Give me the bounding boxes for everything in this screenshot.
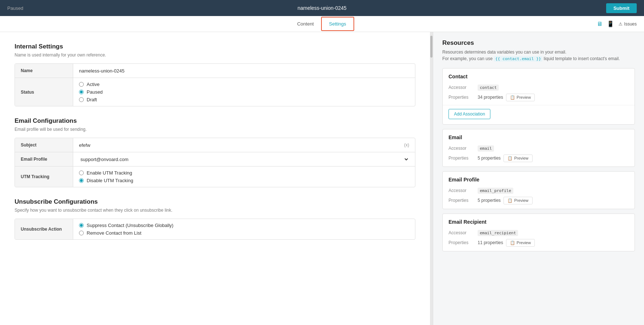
- email-recipient-accessor-value: email_recipient: [478, 230, 518, 236]
- contact-card-divider: [443, 105, 635, 105]
- email-profile-label: Email Profile: [15, 152, 73, 166]
- unsubscribe-action-row: Unsubscribe Action Suppress Contact (Uns…: [15, 219, 415, 239]
- utm-tracking-label: UTM Tracking: [15, 167, 73, 187]
- email-profile-preview-icon: 📋: [507, 198, 513, 203]
- status-active-label: Active: [87, 82, 99, 87]
- email-recipient-accessor-label: Accessor: [449, 230, 478, 235]
- contact-preview-button[interactable]: 📋 Preview: [506, 94, 535, 101]
- email-accessor-row: Accessor email: [443, 144, 635, 153]
- name-input[interactable]: [79, 68, 409, 74]
- utm-tracking-row: UTM Tracking Enable UTM Tracking Disable…: [15, 167, 415, 187]
- status-active-radio[interactable]: [79, 82, 84, 87]
- email-recipient-accessor-row: Accessor email_recipient: [443, 228, 635, 238]
- unsubscribe-config-desc: Specify how you want to unsubscribe cont…: [15, 208, 415, 213]
- issues-button[interactable]: ⚠ Issues: [619, 21, 637, 27]
- email-properties-label: Properties: [449, 156, 478, 161]
- utm-disable-option[interactable]: Disable UTM Tracking: [79, 178, 133, 183]
- resources-desc-end: liquid template to insert contact's emai…: [542, 56, 620, 61]
- status-draft-radio[interactable]: [79, 97, 84, 102]
- email-profile-preview-button[interactable]: 📋 Preview: [503, 197, 532, 204]
- internal-settings-title: Internal Settings: [15, 43, 415, 50]
- page-title: nameless-union-0245: [297, 5, 347, 11]
- name-label: Name: [15, 64, 73, 78]
- resources-desc-text: Resources determines data variables you …: [442, 50, 566, 55]
- utm-enable-radio[interactable]: [79, 171, 84, 175]
- status-value-cell: Active Paused Draft: [73, 78, 415, 106]
- contact-accessor-label: Accessor: [449, 85, 478, 90]
- contact-properties-row: Properties 34 properties 📋 Preview: [443, 92, 635, 103]
- email-preview-icon: 📋: [507, 156, 513, 161]
- email-profile-properties-row: Properties 5 properties 📋 Preview: [443, 195, 635, 209]
- email-recipient-resource-card: Email Recipient Accessor email_recipient…: [442, 214, 635, 251]
- tab-settings[interactable]: Settings: [321, 17, 354, 31]
- status-paused-option[interactable]: Paused: [79, 89, 103, 95]
- nav-right: 🖥 📱 ⚠ Issues: [597, 20, 637, 27]
- email-config-table: Subject (x) Email Profile support@onvoar…: [15, 138, 415, 187]
- left-panel: Internal Settings Name is used internall…: [0, 32, 430, 325]
- contact-preview-icon: 📋: [510, 95, 515, 100]
- name-value-cell: [73, 64, 415, 78]
- status-draft-option[interactable]: Draft: [79, 97, 97, 102]
- status-active-option[interactable]: Active: [79, 82, 99, 87]
- internal-settings-table: Name Status Active Paused: [15, 63, 415, 106]
- tab-content[interactable]: Content: [290, 17, 321, 31]
- resources-desc-code: {{ contact.email }}: [494, 56, 542, 62]
- unsubscribe-action-label: Unsubscribe Action: [15, 219, 73, 239]
- unsubscribe-action-value-cell: Suppress Contact (Unsubscribe Globally) …: [73, 219, 415, 239]
- email-recipient-preview-button[interactable]: 📋 Preview: [506, 239, 535, 247]
- remove-contact-label: Remove Contact from List: [87, 230, 141, 236]
- email-profile-value-cell: support@onvoard.com: [73, 152, 415, 166]
- remove-contact-option[interactable]: Remove Contact from List: [79, 230, 141, 236]
- contact-preview-label: Preview: [517, 95, 531, 99]
- scroll-track[interactable]: [430, 32, 433, 325]
- name-row: Name: [15, 64, 415, 78]
- issues-label: Issues: [624, 21, 637, 27]
- utm-value-cell: Enable UTM Tracking Disable UTM Tracking: [73, 167, 415, 187]
- email-recipient-card-title: Email Recipient: [443, 214, 635, 228]
- main-layout: Internal Settings Name is used internall…: [0, 32, 644, 325]
- desktop-icon[interactable]: 🖥: [597, 21, 602, 27]
- resources-desc: Resources determines data variables you …: [442, 49, 635, 62]
- utm-enable-label: Enable UTM Tracking: [87, 170, 132, 176]
- email-config-title: Email Configurations: [15, 117, 415, 125]
- mobile-icon[interactable]: 📱: [607, 20, 614, 27]
- email-recipient-properties-count: 11 properties: [478, 240, 503, 245]
- email-recipient-properties-label: Properties: [449, 240, 478, 245]
- status-draft-label: Draft: [87, 97, 97, 102]
- contact-properties-count: 34 properties: [478, 95, 503, 100]
- subject-clear-button[interactable]: (x): [404, 142, 409, 148]
- status-label: Paused: [7, 5, 23, 11]
- suppress-contact-option[interactable]: Suppress Contact (Unsubscribe Globally): [79, 223, 173, 228]
- remove-contact-radio[interactable]: [79, 231, 84, 235]
- contact-card-title: Contact: [443, 68, 635, 83]
- contact-resource-card: Contact Accessor contact Properties 34 p…: [442, 68, 635, 125]
- right-panel: Resources Resources determines data vari…: [433, 32, 644, 325]
- status-paused-radio[interactable]: [79, 90, 84, 94]
- email-profile-select[interactable]: support@onvoard.com: [79, 156, 409, 162]
- email-properties-count: 5 properties: [478, 156, 501, 161]
- issues-icon: ⚠: [619, 21, 623, 27]
- subject-input[interactable]: [79, 142, 402, 148]
- utm-disable-radio[interactable]: [79, 178, 84, 183]
- subject-label: Subject: [15, 138, 73, 152]
- email-preview-button[interactable]: 📋 Preview: [503, 154, 532, 162]
- suppress-contact-radio[interactable]: [79, 223, 84, 228]
- contact-properties-label: Properties: [449, 95, 478, 100]
- resources-desc-example: For example, you can use: [442, 56, 494, 61]
- email-resource-card: Email Accessor email Properties 5 proper…: [442, 129, 635, 167]
- email-properties-row: Properties 5 properties 📋 Preview: [443, 153, 635, 167]
- email-accessor-value: email: [478, 145, 494, 152]
- add-association-button[interactable]: Add Association: [449, 109, 490, 119]
- unsubscribe-config-table: Unsubscribe Action Suppress Contact (Uns…: [15, 219, 415, 240]
- subject-value-cell: (x): [73, 138, 415, 152]
- email-accessor-label: Accessor: [449, 146, 478, 151]
- contact-accessor-row: Accessor contact: [443, 83, 635, 92]
- utm-enable-option[interactable]: Enable UTM Tracking: [79, 170, 132, 176]
- email-profile-card-title: Email Profile: [443, 172, 635, 186]
- email-config-section: Email Configurations Email profile will …: [15, 117, 415, 187]
- email-profile-properties-count: 5 properties: [478, 198, 501, 203]
- submit-button[interactable]: Submit: [606, 3, 637, 13]
- subject-row: Subject (x): [15, 138, 415, 152]
- email-profile-accessor-label: Accessor: [449, 188, 478, 193]
- nav-tabs: Content Settings: [290, 17, 354, 31]
